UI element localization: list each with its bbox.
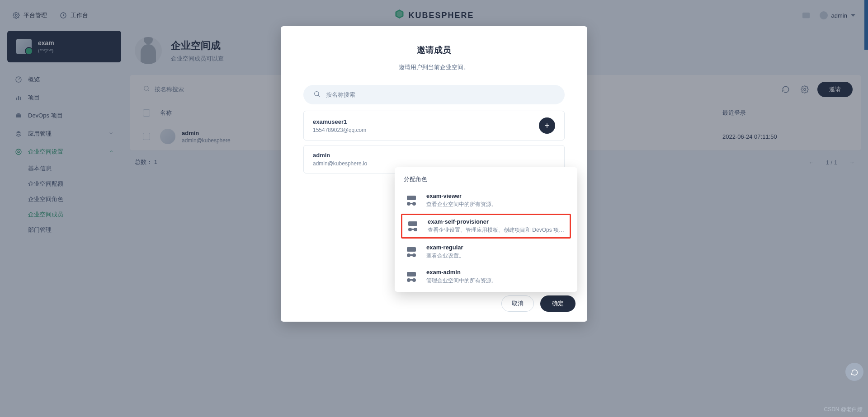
- role-option-self-provisioner[interactable]: exam-self-provisioner 查看企业设置、管理应用模板、创建项目…: [405, 218, 567, 234]
- invite-user-row: examuseer1 1554789023@qq.com: [303, 111, 565, 141]
- role-option-viewer[interactable]: exam-viewer 查看企业空间中的所有资源。: [395, 188, 577, 213]
- role-icon: [405, 220, 420, 233]
- invite-user-email: admin@kubesphere.io: [313, 160, 367, 167]
- modal-title: 邀请成员: [281, 26, 587, 56]
- role-dropdown-title: 分配角色: [395, 173, 577, 188]
- search-icon: [313, 90, 321, 99]
- role-name: exam-admin: [426, 269, 497, 276]
- role-desc: 查看企业设置、管理应用模板、创建项目和 DevOps 项…: [428, 226, 564, 234]
- modal-subtitle: 邀请用户到当前企业空间。: [281, 63, 587, 71]
- cancel-button[interactable]: 取消: [501, 295, 534, 312]
- svg-rect-29: [410, 279, 413, 281]
- role-name: exam-self-provisioner: [428, 218, 564, 225]
- svg-rect-25: [410, 254, 413, 256]
- ok-button[interactable]: 确定: [540, 295, 576, 312]
- role-desc: 查看企业设置。: [426, 252, 464, 260]
- role-name: exam-regular: [426, 244, 464, 251]
- modal-overlay[interactable]: 邀请成员 邀请用户到当前企业空间。 按名称搜索 examuseer1 15547…: [0, 0, 868, 417]
- role-icon: [404, 245, 419, 259]
- svg-point-19: [408, 228, 412, 231]
- svg-point-16: [412, 202, 416, 206]
- add-user-button[interactable]: [539, 117, 555, 134]
- modal-search-placeholder: 按名称搜索: [326, 91, 355, 99]
- invite-user-name: admin: [313, 152, 367, 159]
- invite-user-name: examuseer1: [313, 118, 366, 125]
- role-option-regular[interactable]: exam-regular 查看企业设置。: [395, 239, 577, 264]
- help-fab[interactable]: [845, 363, 863, 381]
- highlighted-role: exam-self-provisioner 查看企业设置、管理应用模板、创建项目…: [401, 214, 571, 239]
- svg-rect-21: [411, 229, 414, 230]
- invite-modal: 邀请成员 邀请用户到当前企业空间。 按名称搜索 examuseer1 15547…: [281, 26, 587, 322]
- svg-rect-26: [407, 272, 416, 276]
- role-desc: 查看企业空间中的所有资源。: [426, 201, 497, 208]
- svg-rect-14: [407, 196, 416, 200]
- role-option-admin[interactable]: exam-admin 管理企业空间中的所有资源。: [395, 264, 577, 289]
- role-icon: [404, 194, 419, 207]
- role-name: exam-viewer: [426, 192, 497, 199]
- modal-search-input[interactable]: 按名称搜索: [303, 85, 565, 104]
- svg-point-27: [407, 278, 410, 282]
- svg-point-20: [414, 228, 417, 231]
- svg-point-13: [315, 92, 319, 96]
- role-dropdown: 分配角色 exam-viewer 查看企业空间中的所有资源。 exam-self…: [395, 167, 577, 292]
- svg-point-23: [407, 253, 410, 257]
- svg-rect-17: [410, 203, 413, 204]
- svg-rect-22: [407, 247, 416, 252]
- watermark: CSDN @老白嫖: [824, 406, 863, 413]
- invite-user-email: 1554789023@qq.com: [313, 127, 366, 133]
- svg-point-28: [412, 278, 416, 282]
- role-desc: 管理企业空间中的所有资源。: [426, 277, 497, 285]
- svg-point-15: [407, 202, 410, 206]
- role-icon: [404, 270, 419, 284]
- svg-point-24: [412, 253, 416, 257]
- svg-rect-18: [408, 221, 417, 226]
